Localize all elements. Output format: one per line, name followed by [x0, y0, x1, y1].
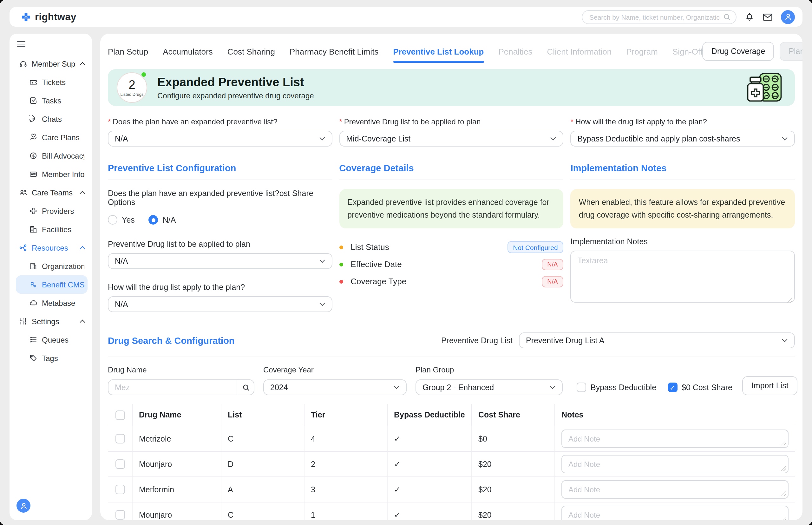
- field-label: Does the plan have an expanded preventiv…: [112, 117, 277, 126]
- sidebar-item-benefit-cms[interactable]: R Benefit CMS: [16, 275, 88, 294]
- drug-name-input[interactable]: [108, 379, 254, 395]
- sidebar-item-resources[interactable]: Resources: [16, 239, 88, 257]
- row-checkbox[interactable]: [115, 485, 125, 494]
- sidebar-item-label: Organizations: [42, 262, 85, 271]
- drug-list-select[interactable]: Mid-Coverage List: [339, 131, 563, 147]
- sidebar-item-facilities[interactable]: Facilities: [16, 220, 88, 239]
- cost-share-cell: $0: [471, 426, 554, 451]
- list-cell: A: [221, 477, 304, 502]
- sidebar-item-care-plans[interactable]: Care Plans: [16, 128, 88, 147]
- tab-plan-setup[interactable]: Plan Setup: [108, 42, 148, 61]
- plan-question-form: *Does the plan have an expanded preventi…: [108, 117, 795, 147]
- section-heading: Implementation Notes: [571, 163, 795, 173]
- row-checkbox[interactable]: [115, 510, 125, 520]
- drug-name-cell: Mounjaro: [132, 452, 221, 477]
- mail-icon[interactable]: [763, 12, 773, 21]
- status-badge: N/A: [541, 276, 563, 287]
- sidebar-item-queues[interactable]: Queues: [16, 331, 88, 349]
- select-value: N/A: [115, 134, 128, 143]
- preventive-list-configuration-panel: Preventive List Configuration Does the p…: [108, 163, 332, 312]
- tab-sign-off: Sign-Off: [673, 42, 703, 61]
- coverage-year-label: Coverage Year: [263, 365, 407, 374]
- drug-search-icon-button[interactable]: [237, 379, 254, 395]
- sidebar-item-member-info[interactable]: Member Info: [16, 165, 88, 183]
- headset-icon: [19, 60, 27, 68]
- chevron-up-icon: [80, 62, 85, 68]
- drug-name-cell: Mounjaro: [132, 502, 221, 520]
- note-input[interactable]: [561, 455, 788, 473]
- preventive-drug-list-select[interactable]: Preventive Drug List A: [519, 332, 795, 348]
- list-apply-select[interactable]: Bypass Deductible and apply plan cost-sh…: [571, 131, 795, 147]
- bypass-deductible-checkbox[interactable]: Bypass Deductible: [577, 382, 656, 392]
- user-avatar[interactable]: [781, 10, 795, 24]
- select-value: 2024: [270, 383, 288, 392]
- expanded-list-field: *Does the plan have an expanded preventi…: [108, 117, 332, 147]
- sidebar-item-metabase[interactable]: Metabase: [16, 294, 88, 312]
- sidebar-item-providers[interactable]: Providers: [16, 202, 88, 220]
- note-input[interactable]: [561, 430, 788, 448]
- sidebar-item-chats[interactable]: Chats: [16, 110, 88, 128]
- organization-building-icon: [29, 262, 37, 270]
- notifications-bell-icon[interactable]: [745, 12, 754, 21]
- chevron-down-icon: [319, 301, 325, 306]
- config-drug-list-select[interactable]: N/A: [108, 253, 332, 269]
- sidebar-item-member-support[interactable]: Member Support: [16, 55, 88, 73]
- sidebar-item-label: Tags: [42, 354, 85, 363]
- plan-group-select[interactable]: Group 2 - Enhanced: [416, 379, 563, 395]
- coverage-year-select[interactable]: 2024: [263, 379, 407, 395]
- chevron-down-icon: [319, 258, 325, 263]
- tab-preventive-list-lookup[interactable]: Preventive List Lookup: [393, 42, 484, 61]
- checkbox-icon-checked: [668, 382, 677, 392]
- radio-icon-checked: [149, 215, 158, 225]
- tab-cost-sharing[interactable]: Cost Sharing: [227, 42, 275, 61]
- radio-option-yes[interactable]: Yes: [108, 215, 135, 225]
- global-search-input[interactable]: [582, 10, 737, 24]
- listed-drugs-counter: 2 Listed Drugs: [117, 72, 147, 103]
- checklist-icon: [29, 335, 37, 344]
- sidebar-item-tags[interactable]: Tags: [16, 349, 88, 368]
- radio-option-na[interactable]: N/A: [149, 215, 176, 225]
- note-input[interactable]: [561, 506, 788, 520]
- search-icon: [723, 13, 731, 20]
- menu-icon[interactable]: [17, 41, 25, 47]
- config-apply-select[interactable]: N/A: [108, 296, 332, 312]
- drug-name-cell: Metrizole: [132, 426, 221, 451]
- red-bullet-icon: [339, 280, 343, 283]
- cost-share-cell: $20: [471, 452, 554, 477]
- sidebar-item-settings[interactable]: Settings: [16, 312, 88, 331]
- section-divider: [108, 357, 795, 357]
- config-apply-label: How will the drug list apply to the plan…: [108, 283, 332, 292]
- sidebar-item-tasks[interactable]: Tasks: [16, 91, 88, 110]
- implementation-notes-textarea[interactable]: [571, 251, 795, 303]
- bypass-check-cell: ✓: [387, 477, 471, 502]
- sidebar-item-care-teams[interactable]: Care Teams: [16, 183, 88, 202]
- sidebar-item-bill-advocacy[interactable]: $ Bill Advocacy: [16, 147, 88, 165]
- tab-accumulators[interactable]: Accumulators: [163, 42, 213, 61]
- bypass-check-cell: ✓: [387, 426, 471, 451]
- note-input[interactable]: [561, 480, 788, 499]
- sidebar-item-label: Care Teams: [32, 188, 76, 197]
- chevron-up-icon: [80, 320, 85, 325]
- person-icon: [784, 13, 792, 21]
- bypass-check-cell: ✓: [387, 502, 471, 520]
- preventive-drug-list-label: Preventive Drug List: [441, 336, 513, 345]
- brand-logo[interactable]: rightway: [21, 11, 76, 22]
- sidebar-item-organizations[interactable]: Organizations: [16, 257, 88, 275]
- select-all-checkbox[interactable]: [115, 410, 125, 420]
- column-header: Cost Share: [471, 404, 554, 426]
- person-icon: [19, 501, 28, 510]
- expanded-list-select[interactable]: N/A: [108, 131, 332, 147]
- row-checkbox[interactable]: [115, 459, 125, 469]
- import-list-button[interactable]: Import List: [742, 376, 797, 395]
- sidebar-user-avatar[interactable]: [16, 499, 30, 513]
- sidebar-item-tickets[interactable]: Tickets: [16, 73, 88, 91]
- sidebar-item-label: Settings: [32, 317, 76, 326]
- zero-cost-share-checkbox[interactable]: $0 Cost Share: [668, 382, 732, 392]
- task-icon: [29, 96, 37, 105]
- row-checkbox[interactable]: [115, 434, 125, 444]
- tab-program: Program: [626, 42, 658, 61]
- tab-pharmacy-benefit-limits[interactable]: Pharmacy Benefit Limits: [290, 42, 378, 61]
- list-cell: D: [221, 452, 304, 477]
- column-header: Bypass Deductible: [387, 404, 471, 426]
- drug-coverage-button[interactable]: Drug Coverage: [703, 42, 774, 61]
